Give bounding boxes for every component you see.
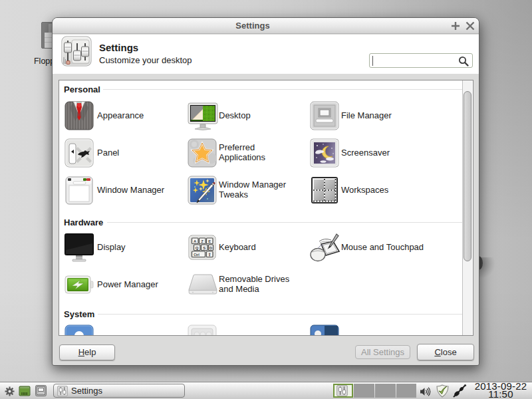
svg-text:S: S — [203, 246, 205, 250]
svg-text:⇧: ⇧ — [208, 253, 211, 257]
svg-text:D: D — [209, 246, 213, 250]
svg-text:E: E — [208, 239, 211, 243]
svg-text:Z: Z — [201, 239, 203, 243]
svg-text:Ctrl: Ctrl — [194, 253, 200, 257]
svg-text:A: A — [194, 239, 197, 243]
svg-text:Q: Q — [196, 246, 199, 250]
